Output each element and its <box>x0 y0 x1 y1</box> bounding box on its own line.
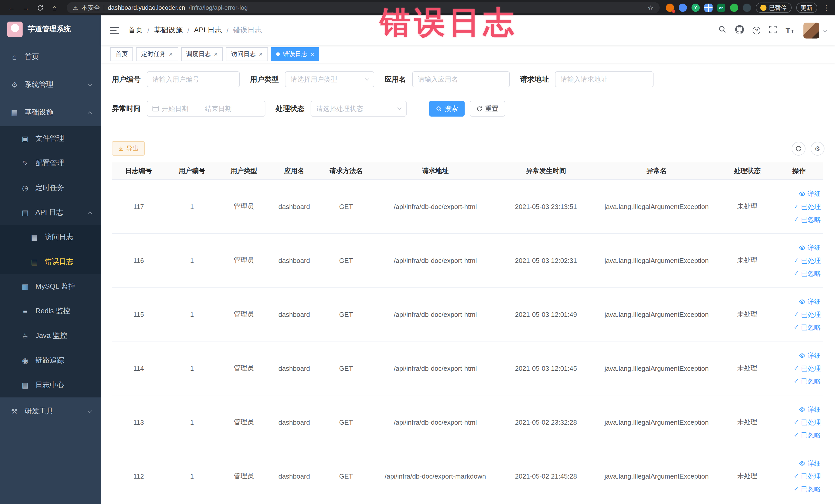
sidebar-submenu-api-log: ▤ 访问日志 ▤ 错误日志 <box>0 225 101 274</box>
extension-icon-7[interactable] <box>743 4 751 12</box>
mark-ignored-link[interactable]: ✓ 已忽略 <box>775 375 821 387</box>
sidebar-item-file[interactable]: ▣ 文件管理 <box>0 126 101 151</box>
process-status-select[interactable]: 请选择处理状态 <box>311 101 407 117</box>
mark-processed-link[interactable]: ✓ 已处理 <box>775 416 821 428</box>
refresh-button[interactable] <box>791 141 805 155</box>
font-size-icon[interactable]: TT <box>786 26 794 35</box>
app-name-input[interactable] <box>418 76 504 83</box>
sidebar-item-error-log[interactable]: ▤ 错误日志 <box>0 249 101 274</box>
mark-ignored-link[interactable]: ✓ 已忽略 <box>775 267 821 280</box>
back-icon[interactable]: ← <box>5 2 18 13</box>
detail-link[interactable]: 详细 <box>775 295 821 308</box>
user-avatar[interactable] <box>803 22 819 38</box>
reset-button[interactable]: 重置 <box>470 101 505 117</box>
hamburger-icon[interactable] <box>110 27 119 34</box>
mark-processed-link[interactable]: ✓ 已处理 <box>775 254 821 267</box>
table-body: 117 1 管理员 dashboard GET /api/infra/db-do… <box>112 180 823 503</box>
sidebar-item-system[interactable]: ⚙ 系统管理 <box>0 71 101 99</box>
sidebar-item-redis[interactable]: ≡ Redis 监控 <box>0 299 101 323</box>
paused-badge[interactable]: 已暂停 <box>756 3 791 13</box>
search-button[interactable]: 搜索 <box>429 101 465 117</box>
sidebar-item-infra[interactable]: ▦ 基础设施 <box>0 99 101 126</box>
table-row: 117 1 管理员 dashboard GET /api/infra/db-do… <box>112 180 823 234</box>
mark-processed-link[interactable]: ✓ 已处理 <box>775 200 821 213</box>
user-type-select[interactable]: 请选择用户类型 <box>285 72 374 87</box>
cell-log-id: 114 <box>112 341 165 395</box>
cell-status: 未处理 <box>719 395 775 449</box>
extension-icon-6[interactable] <box>730 4 738 12</box>
extension-icon-3[interactable]: Y <box>692 4 700 12</box>
github-icon[interactable] <box>735 25 744 36</box>
reload-icon[interactable] <box>34 2 46 13</box>
tab-home[interactable]: 首页 <box>110 47 133 61</box>
mark-ignored-link[interactable]: ✓ 已忽略 <box>775 482 821 495</box>
cell-user-type: 管理员 <box>219 180 269 234</box>
detail-link[interactable]: 详细 <box>775 241 821 254</box>
mark-ignored-link[interactable]: ✓ 已忽略 <box>775 428 821 441</box>
detail-link[interactable]: 详细 <box>775 187 821 200</box>
tab-job-log[interactable]: 调度日志× <box>181 47 223 61</box>
sidebar-item-access-log[interactable]: ▤ 访问日志 <box>0 225 101 249</box>
tab-access-log[interactable]: 访问日志× <box>226 47 268 61</box>
breadcrumb-item[interactable]: API 日志 <box>194 26 222 35</box>
bookmark-star-icon[interactable]: ☆ <box>648 4 653 12</box>
breadcrumb-item[interactable]: 基础设施 <box>154 26 183 35</box>
close-icon[interactable]: × <box>169 51 173 57</box>
column-settings-button[interactable]: ⚙ <box>810 141 824 155</box>
close-icon[interactable]: × <box>311 51 314 57</box>
detail-link[interactable]: 详细 <box>775 349 821 362</box>
user-id-input[interactable] <box>152 76 234 83</box>
date-range-picker[interactable]: 开始日期 - 结束日期 <box>147 101 265 117</box>
sidebar-item-job[interactable]: ◷ 定时任务 <box>0 176 101 200</box>
export-button[interactable]: 导出 <box>112 141 145 156</box>
tab-error-log[interactable]: 错误日志× <box>271 47 320 61</box>
extension-icon-5[interactable]: on <box>717 4 726 12</box>
chevron-down-icon <box>88 82 92 86</box>
fullscreen-icon[interactable] <box>769 25 777 35</box>
extension-icon-1[interactable] <box>666 4 674 12</box>
mark-processed-link[interactable]: ✓ 已处理 <box>775 469 821 482</box>
sidebar-item-mysql[interactable]: ▥ MySQL 监控 <box>0 274 101 299</box>
cell-log-id: 115 <box>112 287 165 341</box>
home-icon[interactable]: ⌂ <box>48 2 61 13</box>
extension-icon-4[interactable] <box>704 4 713 12</box>
update-button[interactable]: 更新 <box>796 3 817 13</box>
cell-app-name: dashboard <box>269 449 319 503</box>
active-dot-icon <box>276 52 280 56</box>
breadcrumb-item[interactable]: 首页 <box>128 26 143 35</box>
mark-processed-link[interactable]: ✓ 已处理 <box>775 362 821 375</box>
browser-menu-icon[interactable]: ⋮ <box>823 4 830 12</box>
filter-form: 用户编号 用户类型 请选择用户类型 应用名 请求地址 <box>101 63 835 130</box>
cell-user-id: 1 <box>165 234 219 287</box>
sidebar-item-log-center[interactable]: ▤ 日志中心 <box>0 373 101 398</box>
sidebar-item-label: 系统管理 <box>25 80 54 89</box>
mark-ignored-link[interactable]: ✓ 已忽略 <box>775 213 821 226</box>
cell-exception-name: java.lang.IllegalArgumentException <box>594 180 719 234</box>
request-url-input[interactable] <box>561 76 648 83</box>
sidebar-item-dev-tools[interactable]: ⚒ 研发工具 <box>0 398 101 425</box>
sidebar-item-trace[interactable]: ◉ 链路追踪 <box>0 348 101 373</box>
tab-job[interactable]: 定时任务× <box>136 47 178 61</box>
close-icon[interactable]: × <box>214 51 218 57</box>
extension-icon-2[interactable] <box>679 4 687 12</box>
cell-exception-time: 2021-05-03 12:01:49 <box>498 287 594 341</box>
sidebar-item-home[interactable]: ⌂ 首页 <box>0 43 101 71</box>
table-row: 115 1 管理员 dashboard GET /api/infra/db-do… <box>112 287 823 341</box>
eye-icon <box>799 406 806 412</box>
address-bar[interactable]: ⚠ 不安全 dashboard.yudao.iocoder.cn/infra/l… <box>67 2 660 13</box>
sidebar-item-api-log[interactable]: ▤ API 日志 <box>0 200 101 225</box>
sidebar-item-java[interactable]: ☕ Java 监控 <box>0 323 101 348</box>
mark-ignored-link[interactable]: ✓ 已忽略 <box>775 321 821 334</box>
mark-processed-link[interactable]: ✓ 已处理 <box>775 308 821 321</box>
avatar-caret-icon[interactable] <box>823 28 827 32</box>
sidebar-item-config[interactable]: ✎ 配置管理 <box>0 151 101 176</box>
monitor-icon: ▥ <box>21 282 30 291</box>
screen: ← → ⌂ ⚠ 不安全 dashboard.yudao.iocoder.cn/i… <box>0 0 835 504</box>
detail-link[interactable]: 详细 <box>775 403 821 416</box>
help-icon[interactable]: ? <box>753 26 760 34</box>
user-type-label: 用户类型 <box>250 75 279 84</box>
forward-icon[interactable]: → <box>20 2 32 13</box>
detail-link[interactable]: 详细 <box>775 457 821 469</box>
search-icon[interactable] <box>718 25 727 36</box>
close-icon[interactable]: × <box>259 51 263 57</box>
